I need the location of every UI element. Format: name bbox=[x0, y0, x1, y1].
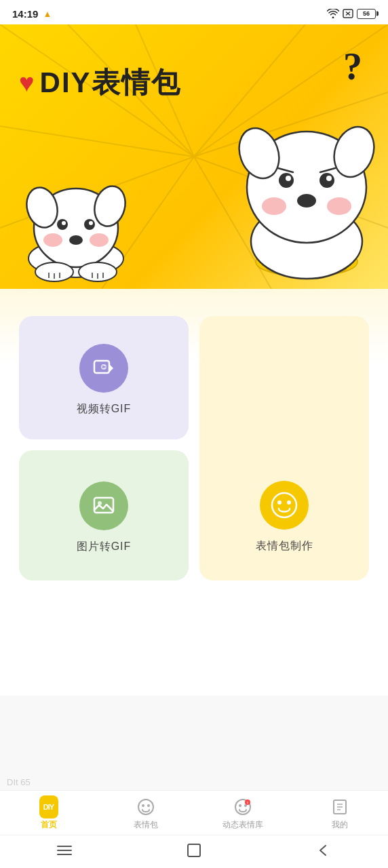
status-bar: 14:19 ▲ 56 bbox=[0, 0, 388, 24]
card-video-to-gif[interactable]: 视频转GIF bbox=[19, 316, 189, 439]
home-tab-label: 首页 bbox=[41, 819, 57, 831]
svg-point-44 bbox=[326, 176, 332, 181]
mine-tab-label: 我的 bbox=[332, 819, 348, 831]
nav-tabs: DIY 首页 表情包 bbox=[0, 791, 388, 835]
svg-point-42 bbox=[319, 173, 334, 188]
svg-point-20 bbox=[62, 221, 66, 225]
emoji-icon bbox=[270, 491, 298, 519]
sys-home-button[interactable] bbox=[183, 842, 205, 859]
banner-title: ♥ DIY表情包 bbox=[19, 64, 181, 102]
svg-point-24 bbox=[90, 233, 109, 247]
svg-marker-51 bbox=[109, 364, 113, 372]
tab-stickers[interactable]: 表情包 bbox=[97, 797, 194, 831]
stickers-tab-label: 表情包 bbox=[134, 819, 158, 831]
tab-dynamic[interactable]: ! 动态表情库 bbox=[194, 797, 291, 831]
svg-rect-57 bbox=[94, 498, 113, 513]
dog-left bbox=[14, 140, 139, 282]
sys-back-button[interactable] bbox=[313, 842, 334, 859]
dynamic-tab-icon: ! bbox=[233, 797, 252, 816]
svg-text:!: ! bbox=[247, 801, 248, 805]
feature-grid: 视频转GIF 表情包制作 图片 bbox=[19, 316, 369, 580]
svg-point-43 bbox=[286, 176, 291, 181]
svg-point-61 bbox=[147, 804, 150, 807]
svg-point-23 bbox=[43, 233, 62, 247]
svg-point-21 bbox=[89, 221, 93, 225]
svg-point-58 bbox=[98, 501, 102, 505]
svg-point-41 bbox=[279, 173, 294, 188]
image-gif-icon-wrap bbox=[79, 481, 128, 530]
diy-logo: DIY bbox=[39, 795, 58, 818]
question-mark: ? bbox=[343, 45, 362, 88]
dynamic-tab-label: 动态表情库 bbox=[222, 819, 263, 831]
video-gif-label: 视频转GIF bbox=[77, 402, 132, 416]
home-tab-icon: DIY bbox=[39, 797, 58, 816]
svg-point-54 bbox=[272, 493, 296, 517]
video-gif-icon-wrap bbox=[79, 344, 128, 393]
svg-point-56 bbox=[287, 500, 291, 505]
status-time: 14:19 bbox=[12, 8, 38, 20]
stickers-tab-icon bbox=[136, 797, 155, 816]
signal-x-icon bbox=[343, 9, 353, 18]
tab-mine[interactable]: 我的 bbox=[291, 797, 388, 831]
image-icon bbox=[92, 494, 116, 518]
book-icon bbox=[331, 798, 349, 816]
dog-right bbox=[225, 106, 388, 289]
svg-point-45 bbox=[297, 194, 316, 208]
image-gif-label: 图片转GIF bbox=[77, 540, 132, 554]
svg-rect-74 bbox=[188, 844, 200, 856]
heart-icon: ♥ bbox=[19, 68, 36, 98]
bottom-nav: DIY 首页 表情包 bbox=[0, 790, 388, 868]
svg-point-47 bbox=[327, 197, 351, 215]
alert-icon: ▲ bbox=[43, 9, 52, 19]
banner: ♥ DIY表情包 ? bbox=[0, 24, 388, 289]
dynamic-icon: ! bbox=[234, 798, 252, 816]
wifi-icon bbox=[327, 9, 339, 18]
watermark: DIt 65 bbox=[0, 774, 37, 790]
sys-menu-button[interactable] bbox=[54, 842, 75, 859]
emoji-make-label: 表情包制作 bbox=[256, 539, 313, 553]
svg-point-55 bbox=[277, 500, 282, 505]
card-emoji-make[interactable]: 表情包制作 bbox=[199, 316, 369, 580]
battery-icon: 56 bbox=[357, 9, 376, 19]
tab-home[interactable]: DIY 首页 bbox=[0, 797, 97, 831]
stickers-icon bbox=[137, 798, 155, 816]
svg-point-60 bbox=[142, 804, 144, 807]
sys-nav bbox=[0, 835, 388, 868]
main-content: 视频转GIF 表情包制作 图片 bbox=[0, 289, 388, 696]
svg-point-22 bbox=[69, 235, 83, 245]
emoji-icon-wrap bbox=[260, 481, 309, 530]
svg-point-46 bbox=[262, 197, 286, 215]
video-icon bbox=[92, 356, 116, 380]
mine-tab-icon bbox=[330, 797, 349, 816]
svg-point-63 bbox=[239, 804, 241, 807]
card-image-to-gif[interactable]: 图片转GIF bbox=[19, 450, 189, 580]
status-icons: 56 bbox=[327, 9, 376, 19]
